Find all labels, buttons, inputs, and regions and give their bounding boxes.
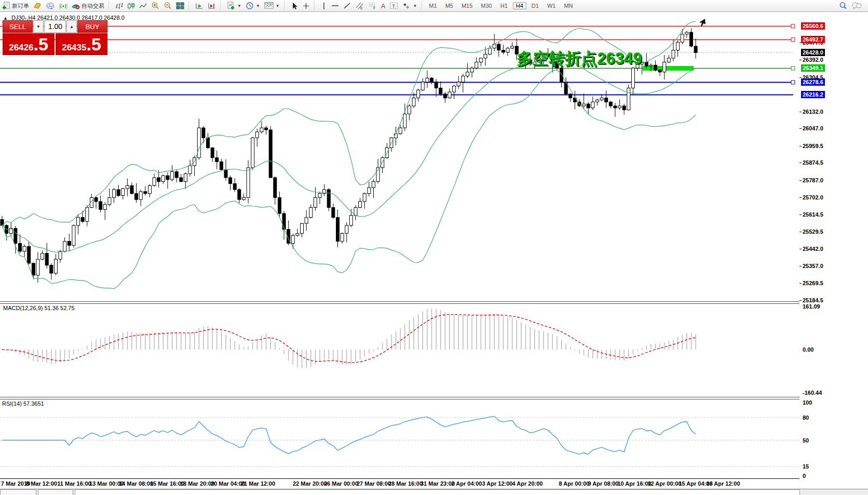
candle-body [157, 178, 160, 182]
new-order-button[interactable]: 新订单 [0, 1, 31, 11]
volume-decrease-button[interactable]: ▼ [33, 20, 44, 33]
text-tool[interactable]: A [379, 1, 388, 11]
sell-button[interactable]: SELL [3, 20, 33, 33]
pane-divider[interactable] [0, 301, 799, 304]
candle-body [305, 218, 308, 224]
time-axis-label: 4 Apr 20:00 [512, 480, 543, 487]
line-chart-mode-button[interactable] [137, 1, 149, 11]
crosshair-tool-button[interactable] [300, 1, 312, 11]
timeframe-h4[interactable]: H4 [513, 2, 526, 9]
candle-body [569, 94, 572, 98]
candle-body [457, 82, 460, 86]
candle-body [54, 259, 57, 273]
chat-button[interactable] [849, 1, 864, 11]
window-tabs-strip [0, 489, 868, 495]
buy-price-display[interactable]: 26435 .5 [56, 33, 107, 55]
vertical-line-tool[interactable] [319, 1, 329, 11]
candle-body [435, 82, 438, 88]
candle-body [23, 246, 26, 251]
timeframe-m1[interactable]: M1 [426, 2, 440, 9]
templates-button[interactable]: ▼ [262, 1, 282, 11]
level-handle[interactable] [791, 24, 795, 28]
price-tick-label: 26132.0 [803, 109, 823, 115]
timeframe-w1[interactable]: W1 [544, 2, 559, 9]
turning-point-annotation[interactable]: 多空转折点26349 [517, 48, 642, 70]
horizontal-line-icon [331, 2, 339, 9]
signals-button[interactable] [57, 1, 70, 11]
candle-body [497, 44, 500, 50]
candle-body [591, 102, 594, 108]
timeframe-mn[interactable]: MN [561, 2, 576, 9]
level-highlight [643, 66, 694, 71]
time-axis[interactable]: 7 Mar 20198 Mar 12:0011 Mar 16:0013 Mar … [0, 479, 799, 488]
indicators-button[interactable]: ▼ [225, 1, 243, 11]
search-button[interactable] [837, 1, 849, 11]
time-axis-label: 21 Mar 12:00 [241, 480, 275, 487]
pane-divider[interactable] [0, 397, 799, 399]
equidistant-channel-tool[interactable]: E [353, 1, 366, 11]
price-tick-label: 25529.5 [803, 229, 823, 235]
zoom-out-button[interactable] [161, 1, 174, 11]
candle-body [184, 173, 187, 181]
data-window-button[interactable] [44, 1, 57, 11]
market-watch-button[interactable] [31, 1, 44, 11]
rsi-pane[interactable] [0, 399, 799, 478]
candle-body [667, 58, 670, 62]
fibonacci-tool[interactable]: F [366, 1, 379, 11]
timeframe-m30[interactable]: M30 [478, 2, 495, 9]
time-axis-label: 15 Mar 16:00 [150, 480, 184, 487]
candle-body [242, 197, 245, 199]
auto-trading-button[interactable]: 自动交易 [70, 1, 106, 11]
horizontal-line-tool[interactable] [329, 1, 341, 11]
window-tab-active[interactable] [75, 489, 800, 495]
trendline-tool[interactable] [341, 1, 353, 11]
timeframe-m5[interactable]: M5 [442, 2, 456, 9]
sell-price-display[interactable]: 26426 .5 [3, 33, 55, 55]
macd-pane[interactable] [0, 303, 799, 398]
rsi-axis-label: 50 [803, 437, 809, 444]
level-handle[interactable] [791, 38, 795, 42]
candle-body [67, 242, 71, 246]
level-handle[interactable] [791, 66, 795, 70]
zoom-in-button[interactable] [149, 1, 161, 11]
window-tab[interactable] [38, 489, 73, 495]
level-handle[interactable] [791, 81, 795, 84]
candle-body [99, 202, 102, 209]
auto-scroll-button[interactable] [193, 1, 206, 11]
auto-trading-icon [72, 2, 80, 10]
candle-body [207, 138, 210, 148]
new-order-icon [2, 2, 10, 10]
bar-chart-mode-button[interactable] [113, 1, 125, 11]
candle-body [153, 178, 156, 185]
buy-button[interactable]: BUY [77, 20, 107, 33]
timeframe-h1[interactable]: H1 [497, 2, 511, 9]
periods-button[interactable]: ▼ [243, 1, 262, 11]
candle-body [166, 176, 169, 180]
main-chart-pane[interactable] [0, 11, 799, 301]
timeframe-d1[interactable]: D1 [528, 2, 542, 9]
timeframe-m15[interactable]: M15 [458, 2, 476, 9]
time-axis-label: 26 Mar 00:00 [324, 480, 358, 487]
shapes-tool[interactable]: ▼ [400, 1, 419, 11]
tile-windows-button[interactable] [174, 1, 186, 11]
text-label-tool[interactable]: T [387, 1, 400, 11]
volume-input[interactable]: 1.00 [44, 20, 66, 33]
time-axis-label: 8 Apr 00:00 [559, 480, 590, 487]
price-badge-26349.1: 26349.1 [801, 64, 825, 72]
candle-body [202, 128, 205, 138]
chart-shift-button[interactable] [206, 1, 218, 11]
candle-body [421, 82, 424, 90]
candle-body [600, 98, 603, 100]
candle-body [470, 68, 473, 72]
window-tab[interactable] [0, 489, 36, 495]
price-axis[interactable]: 26477.026392.026304.526132.026047.025959… [799, 0, 868, 495]
candle-body [332, 207, 335, 217]
candle-body [489, 48, 492, 55]
rsi-axis-label: 80 [803, 414, 809, 421]
candlestick-mode-button[interactable] [125, 1, 137, 11]
cursor-tool-button[interactable] [289, 1, 300, 11]
time-axis-label: 9 Apr 08:00 [588, 480, 619, 487]
candle-body [672, 50, 675, 58]
rsi-line [2, 416, 696, 454]
volume-increase-button[interactable]: ▲ [66, 20, 77, 33]
